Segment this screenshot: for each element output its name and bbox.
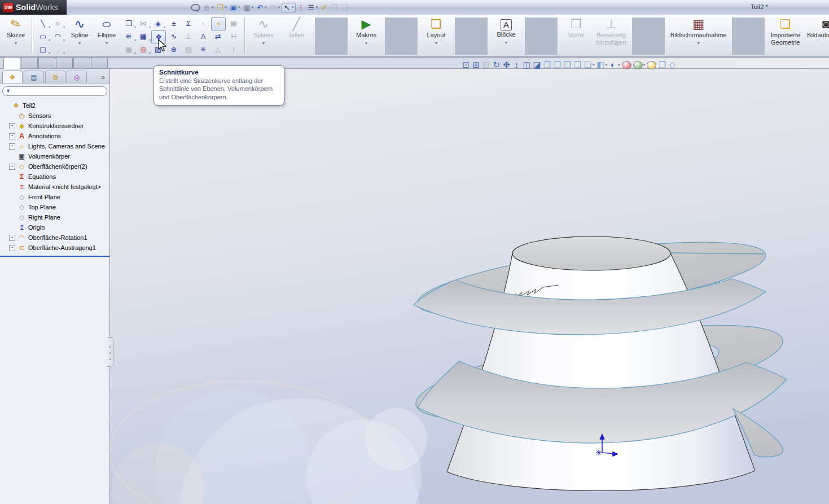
tab-evaluieren[interactable] bbox=[38, 57, 55, 68]
asterisk-tool-icon[interactable]: ✳ bbox=[196, 43, 210, 55]
dashed-box-icon[interactable]: ▫ bbox=[196, 17, 210, 29]
perspective-cube-icon[interactable]: ◇ bbox=[668, 60, 677, 69]
edit-appearance-icon[interactable] bbox=[622, 61, 631, 69]
mirror-entities-icon[interactable]: ⋈ bbox=[137, 17, 150, 29]
expand-toggle-icon[interactable] bbox=[9, 164, 15, 170]
arc-dimension-icon[interactable]: ± bbox=[167, 17, 181, 29]
copy-icon[interactable]: ❐ bbox=[330, 3, 339, 12]
text-tool-icon[interactable]: A bbox=[196, 30, 210, 42]
tree-item-oberflaechenkoerper[interactable]: ◇ Oberflächenkörper(2) bbox=[9, 161, 108, 172]
camera-cube-icon[interactable]: ❒ bbox=[658, 60, 666, 69]
expand-toggle-icon[interactable] bbox=[9, 245, 15, 251]
slot-tool-icon[interactable]: ▢ bbox=[36, 43, 50, 55]
view-cube-3-icon[interactable]: ❒ bbox=[563, 60, 572, 69]
options-icon[interactable]: ☰ bbox=[306, 3, 319, 12]
viewport-3d-model[interactable] bbox=[110, 69, 829, 504]
line-tool-icon[interactable]: ╲ bbox=[36, 17, 50, 29]
configurationmanager-tab-icon[interactable]: ⧉ bbox=[45, 71, 65, 83]
print-icon[interactable]: ▥ bbox=[242, 3, 255, 12]
skizze-button[interactable]: ✎ Skizze bbox=[2, 16, 29, 46]
tree-item-teil2[interactable]: ❖ Teil2 bbox=[3, 100, 108, 111]
select-arrow-icon[interactable]: ↖ bbox=[282, 3, 296, 12]
tree-item-top-plane[interactable]: ◇ Top Plane bbox=[9, 202, 108, 212]
rotate-view-icon[interactable]: ↻ bbox=[492, 60, 501, 69]
tab-gusswerkzeuge[interactable] bbox=[73, 57, 90, 68]
menu-ansicht[interactable] bbox=[97, 6, 107, 9]
menu-hilfe[interactable] bbox=[176, 6, 186, 9]
width-tool-icon[interactable]: H bbox=[227, 30, 240, 42]
display-style-icon[interactable]: ◧ bbox=[596, 60, 608, 69]
jog-line-icon[interactable]: ⇄ bbox=[211, 30, 225, 42]
tree-item-sensors[interactable]: ◷ Sensors bbox=[9, 111, 108, 121]
expand-toggle-icon[interactable] bbox=[9, 123, 15, 129]
tree-item-oberflaeche-austragung1[interactable]: ⊂ Oberfläche-Austragung1 bbox=[9, 243, 108, 253]
edit-color-icon[interactable]: ✐ bbox=[319, 3, 329, 12]
hexagon-plus-icon[interactable]: ⊕ bbox=[167, 43, 181, 55]
zoom-fit-icon[interactable]: ⊡ bbox=[462, 60, 470, 69]
new-document-icon[interactable]: ▯ bbox=[202, 3, 215, 12]
stamp-tool-icon[interactable]: ▤ bbox=[227, 17, 240, 29]
section-view-icon[interactable]: ◪ bbox=[533, 60, 541, 69]
view-cube-4-icon[interactable]: ❒ bbox=[573, 60, 582, 69]
pan-icon[interactable]: ✥ bbox=[502, 60, 511, 69]
menu-enterprise-pdm[interactable] bbox=[131, 6, 141, 9]
tree-item-annotations[interactable]: A Annotations bbox=[9, 131, 108, 141]
menu-routing[interactable] bbox=[153, 6, 164, 9]
tree-item-volumenkoerper[interactable]: ▣ Volumenkörper bbox=[9, 151, 108, 161]
open-icon[interactable]: ❐ bbox=[216, 3, 229, 12]
spline-button[interactable]: ∿ Spline bbox=[66, 16, 93, 46]
bloecke-button[interactable]: A Blöcke bbox=[490, 16, 523, 55]
propertymanager-tab-icon[interactable]: ▤ bbox=[24, 71, 44, 83]
search-icon[interactable] bbox=[190, 3, 201, 12]
menu-fenster[interactable] bbox=[165, 6, 175, 9]
tree-item-lights-cameras-scene[interactable]: ☼ Lights, Cameras and Scene bbox=[9, 141, 108, 151]
circle-tool-icon[interactable]: ○ bbox=[51, 17, 64, 29]
expand-toggle-icon[interactable] bbox=[9, 143, 15, 150]
beziehung-hinzufuegen-button[interactable]: ⊥ Beziehung hinzufügen bbox=[593, 16, 630, 55]
fillet-tool-icon[interactable]: ◞ bbox=[51, 43, 64, 55]
tree-item-material[interactable]: ≡ Material <nicht festgelegt> bbox=[9, 182, 108, 192]
instant3d-icon[interactable]: ⚡ bbox=[211, 17, 226, 30]
menu-einfuegen[interactable] bbox=[108, 6, 119, 9]
warning-tool-icon[interactable]: △ bbox=[211, 43, 225, 55]
layout-button[interactable]: ❏ Layout bbox=[420, 16, 453, 55]
linear-pattern-icon[interactable]: ▦ bbox=[137, 30, 150, 42]
dimxpert-tab-icon[interactable]: ◎ bbox=[67, 71, 87, 83]
ibeam-tool-icon[interactable]: I bbox=[227, 43, 240, 55]
tree-item-right-plane[interactable]: ◇ Right Plane bbox=[9, 212, 108, 222]
rotate-about-axis-icon[interactable]: ↕ bbox=[512, 60, 521, 69]
point-tool-icon[interactable]: ◎ bbox=[137, 43, 150, 55]
rectangle-tool-icon[interactable]: ▭ bbox=[36, 30, 50, 42]
teilen-button[interactable]: ╱ Teilen bbox=[280, 16, 313, 55]
tab-features[interactable] bbox=[21, 57, 38, 68]
paste-icon[interactable]: ❑ bbox=[340, 3, 349, 12]
tree-item-origin[interactable]: ↥ Origin bbox=[9, 222, 108, 233]
small-pattern-icon[interactable]: ▦ bbox=[122, 43, 135, 55]
bildschirmaufnahme-button[interactable]: ▦ Bildschirmaufnahme bbox=[667, 16, 730, 55]
menu-datei[interactable] bbox=[74, 6, 85, 9]
undo-icon[interactable]: ↶ bbox=[255, 3, 268, 12]
ellipse-button[interactable]: ○ Ellipse bbox=[93, 16, 120, 46]
view-cube-2-icon[interactable]: ❒ bbox=[553, 60, 562, 69]
tree-item-konstruktionsordner[interactable]: ◆ Konstruktionsordner bbox=[9, 121, 108, 131]
panel-splitter-handle[interactable]: ◂◂◂ bbox=[107, 338, 113, 367]
graphics-viewport[interactable] bbox=[110, 69, 829, 504]
menu-extras[interactable] bbox=[120, 6, 130, 9]
tree-rollback-bar[interactable] bbox=[0, 256, 109, 257]
expand-toggle-icon[interactable] bbox=[9, 133, 15, 139]
tree-item-front-plane[interactable]: ◇ Front Plane bbox=[9, 192, 108, 202]
previous-view-icon[interactable]: ◫ bbox=[523, 60, 531, 69]
panel-expand-chevron[interactable]: » bbox=[101, 73, 107, 83]
tab-skizze[interactable] bbox=[3, 57, 20, 69]
view-settings-icon[interactable] bbox=[647, 61, 656, 69]
expand-toggle-icon[interactable] bbox=[9, 235, 15, 241]
arc-tool-icon[interactable]: ◠ bbox=[51, 30, 64, 42]
sigma-spline-icon[interactable]: Σ bbox=[182, 17, 195, 29]
apply-scene-icon[interactable] bbox=[633, 61, 646, 69]
perpendicular-icon[interactable]: ⊥ bbox=[182, 30, 195, 42]
entity-diamond-icon[interactable]: ◈ bbox=[151, 17, 165, 29]
bildaufnahme-button[interactable]: ◙ Bildaufnahme bbox=[804, 16, 829, 55]
view-orientation-icon[interactable]: ❏ bbox=[584, 60, 595, 69]
offset-entities-icon[interactable]: ≋ bbox=[122, 30, 135, 42]
zoom-in-out-icon[interactable]: ⊟ bbox=[482, 60, 490, 69]
